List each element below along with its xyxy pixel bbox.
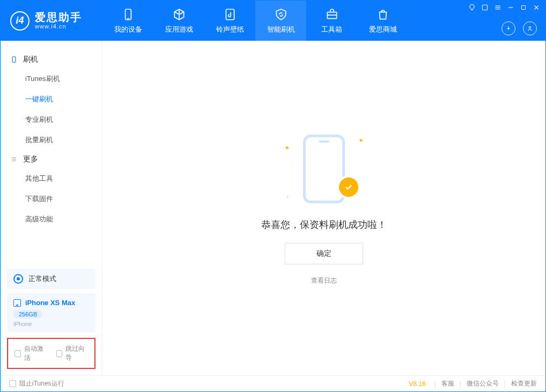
brand-name: 爱思助手 [35,11,82,23]
logo-icon: i4 [10,11,29,31]
refresh-shield-icon [274,8,288,21]
maximize-button[interactable] [520,4,527,11]
group-title: 更多 [23,154,38,164]
tab-label: 工具箱 [321,25,342,34]
tab-store[interactable]: 爱思商城 [357,1,408,41]
device-phone-icon [13,299,21,307]
support-link[interactable]: 客服 [441,379,454,388]
checkbox-icon [14,350,21,357]
device-type: iPhone [13,321,89,327]
download-button[interactable] [501,21,515,35]
sidebar-bottom: 正常模式 iPhone XS Max 256GB iPhone 自动激活 跳过向… [1,264,102,375]
sidebar-item-pro-flash[interactable]: 专业刷机 [1,109,102,130]
app-header: i4 爱思助手 www.i4.cn 我的设备 应用游戏 铃声壁纸 智能刷机 工具… [1,1,545,41]
checkmark-badge-icon [339,177,358,197]
cube-icon [172,8,186,21]
success-illustration: ✦ ✦ • [292,131,356,206]
wechat-link[interactable]: 微信公众号 [467,379,499,388]
sidebar-item-advanced[interactable]: 高级功能 [1,209,102,230]
success-message: 恭喜您，保资料刷机成功啦！ [261,218,387,231]
sidebar-item-batch-flash[interactable]: 批量刷机 [1,130,102,150]
list-icon [10,156,18,163]
separator: | [434,380,436,388]
tab-label: 铃声壁纸 [216,25,244,34]
sidebar-item-download-firmware[interactable]: 下载固件 [1,189,102,209]
sidebar-group-flash: 刷机 [1,50,102,69]
tab-label: 爱思商城 [369,25,397,34]
group-title: 刷机 [23,55,38,64]
separator: | [504,380,506,388]
tab-my-device[interactable]: 我的设备 [102,1,153,41]
logo-text: 爱思助手 www.i4.cn [35,11,82,29]
check-update-link[interactable]: 检查更新 [511,379,537,388]
tab-smart-flash[interactable]: 智能刷机 [255,1,306,41]
options-highlighted-row: 自动激活 跳过向导 [7,338,95,369]
checkbox-label: 阻止iTunes运行 [19,379,64,388]
app-body: 刷机 iTunes刷机 一键刷机 专业刷机 批量刷机 更多 其他工具 下载固件 … [1,41,545,375]
status-bar: 阻止iTunes运行 V8.16 | 客服 | 微信公众号 | 检查更新 [1,375,545,391]
device-storage-badge: 256GB [13,310,42,319]
phone-icon [121,8,135,21]
music-file-icon [223,8,237,21]
header-actions [501,21,537,35]
svg-rect-2 [226,9,234,20]
checkbox-label: 自动激活 [24,344,47,363]
separator: | [460,380,461,388]
phone-illustration-icon [303,135,345,203]
checkbox-block-itunes[interactable]: 阻止iTunes运行 [9,379,64,388]
svg-rect-9 [522,6,526,10]
feedback-icon[interactable] [481,4,489,11]
svg-rect-13 [12,57,16,63]
minimize-button[interactable] [507,4,514,11]
checkbox-skip-guide[interactable]: 跳过向导 [56,344,88,363]
sidebar-item-itunes-flash[interactable]: iTunes刷机 [1,69,102,89]
view-log-link[interactable]: 查看日志 [311,276,337,285]
svg-point-12 [529,27,531,29]
menu-icon[interactable] [494,4,501,11]
tab-ringtone-wallpaper[interactable]: 铃声壁纸 [204,1,255,41]
mode-label: 正常模式 [28,274,56,284]
device-name-row: iPhone XS Max [13,299,89,307]
tab-label: 应用游戏 [165,25,193,34]
sidebar-group-more: 更多 [1,150,102,168]
sparkle-icon: • [286,194,289,201]
sparkle-icon: ✦ [358,137,364,144]
main-tabs: 我的设备 应用游戏 铃声壁纸 智能刷机 工具箱 爱思商城 [102,1,408,41]
mode-indicator-icon [13,274,23,284]
footer-right: V8.16 | 客服 | 微信公众号 | 检查更新 [409,379,537,388]
tab-toolbox[interactable]: 工具箱 [306,1,357,41]
sparkle-icon: ✦ [284,144,290,152]
checkbox-icon [9,380,16,387]
mode-card[interactable]: 正常模式 [7,269,95,289]
tab-apps-games[interactable]: 应用游戏 [153,1,204,41]
theme-icon[interactable] [468,4,476,11]
phone-outline-icon [10,56,18,63]
version-label: V8.16 [409,380,425,388]
user-button[interactable] [523,21,537,35]
window-controls [468,4,540,11]
checkbox-label: 跳过向导 [65,344,88,363]
device-card[interactable]: iPhone XS Max 256GB iPhone [7,293,95,332]
close-button[interactable] [533,4,540,11]
main-content: ✦ ✦ • 恭喜您，保资料刷机成功啦！ 确定 查看日志 [102,41,545,375]
checkbox-auto-activate[interactable]: 自动激活 [14,344,47,363]
svg-rect-4 [482,5,487,10]
tab-label: 智能刷机 [267,25,295,34]
checkbox-icon [56,350,63,357]
sidebar: 刷机 iTunes刷机 一键刷机 专业刷机 批量刷机 更多 其他工具 下载固件 … [1,41,102,375]
sidebar-item-oneclick-flash[interactable]: 一键刷机 [1,89,102,109]
tab-label: 我的设备 [114,25,142,34]
ok-button[interactable]: 确定 [285,243,363,264]
brand-url: www.i4.cn [35,23,82,29]
bag-icon [376,8,390,21]
sidebar-item-other-tools[interactable]: 其他工具 [1,168,102,189]
logo-area: i4 爱思助手 www.i4.cn [1,1,102,41]
toolbox-icon [325,8,339,21]
device-name: iPhone XS Max [25,299,75,307]
